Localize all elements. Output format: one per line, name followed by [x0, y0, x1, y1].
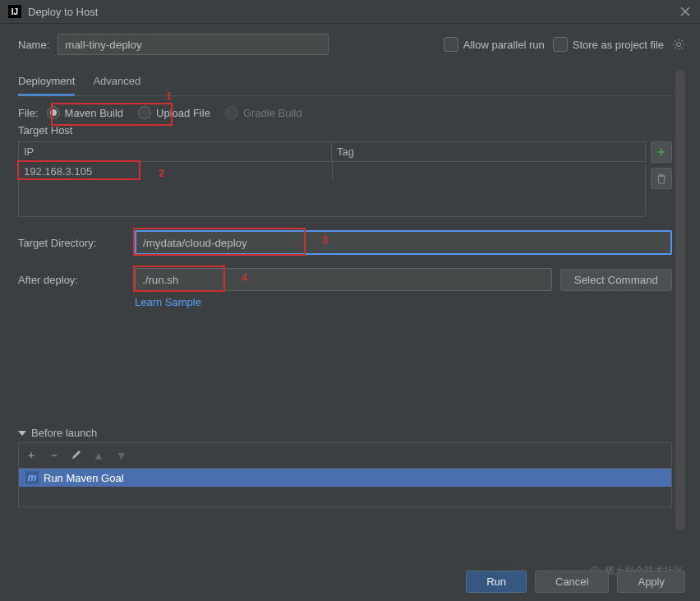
- scrollbar[interactable]: [675, 70, 685, 530]
- store-project-checkbox[interactable]: Store as project file: [553, 37, 664, 52]
- maven-icon: m: [25, 471, 39, 484]
- checkbox-icon: [553, 37, 568, 52]
- table-row[interactable]: 192.168.3.105: [19, 162, 645, 181]
- th-tag[interactable]: Tag: [332, 142, 645, 161]
- window-title: Deploy to Host: [28, 6, 679, 18]
- app-icon: IJ: [8, 5, 21, 18]
- before-launch-title: Before launch: [31, 427, 97, 439]
- name-input[interactable]: [58, 34, 329, 55]
- radio-icon: [138, 106, 151, 119]
- before-launch-list: m Run Maven Goal: [18, 468, 672, 507]
- list-item-label: Run Maven Goal: [44, 472, 124, 484]
- cell-ip: 192.168.3.105: [24, 165, 92, 178]
- radio-maven-label: Maven Build: [65, 107, 124, 119]
- svg-point-0: [677, 43, 681, 47]
- move-up-button[interactable]: ▲: [93, 449, 104, 462]
- target-host-table: IP Tag 192.168.3.105 2: [18, 141, 646, 217]
- target-host-label: Target Host: [18, 124, 672, 136]
- target-directory-label: Target Directory:: [18, 237, 127, 249]
- learn-sample-link[interactable]: Learn Sample: [135, 296, 201, 308]
- list-item[interactable]: m Run Maven Goal: [19, 469, 671, 487]
- radio-maven-build[interactable]: Maven Build: [47, 106, 124, 119]
- delete-host-button[interactable]: [651, 168, 672, 189]
- add-host-button[interactable]: +: [651, 141, 672, 163]
- target-directory-input[interactable]: [135, 230, 672, 255]
- run-button[interactable]: Run: [466, 571, 527, 593]
- close-icon[interactable]: [679, 5, 692, 18]
- tabs: Deployment Advanced: [18, 70, 672, 96]
- apply-button[interactable]: Apply: [617, 571, 685, 593]
- radio-upload-file[interactable]: Upload File: [138, 106, 210, 119]
- cancel-button[interactable]: Cancel: [535, 571, 609, 593]
- remove-task-button[interactable]: －: [48, 448, 60, 463]
- select-command-button[interactable]: Select Command: [560, 269, 672, 291]
- cell-tag: [332, 162, 645, 181]
- name-label: Name:: [18, 39, 49, 51]
- trash-icon: [656, 173, 667, 184]
- radio-gradle-label: Gradle Build: [243, 107, 302, 119]
- checkbox-icon: [444, 37, 458, 52]
- chevron-down-icon: [18, 431, 26, 436]
- allow-parallel-label: Allow parallel run: [463, 39, 545, 51]
- move-down-button[interactable]: ▼: [116, 449, 127, 462]
- gear-icon[interactable]: [672, 38, 685, 51]
- radio-upload-label: Upload File: [156, 107, 210, 119]
- allow-parallel-checkbox[interactable]: Allow parallel run: [444, 37, 545, 52]
- radio-icon: [47, 106, 60, 119]
- radio-gradle-build[interactable]: Gradle Build: [225, 106, 302, 119]
- file-label: File:: [18, 107, 39, 119]
- titlebar: IJ Deploy to Host: [0, 0, 700, 24]
- after-deploy-label: After deploy:: [18, 274, 127, 286]
- footer: Run Cancel Apply: [466, 571, 685, 593]
- store-project-label: Store as project file: [573, 39, 664, 51]
- before-launch-header[interactable]: Before launch: [18, 423, 672, 442]
- after-deploy-input[interactable]: [135, 268, 552, 291]
- before-launch-toolbar: ＋ － ▲ ▼: [18, 442, 672, 468]
- th-ip[interactable]: IP: [19, 142, 332, 161]
- add-task-button[interactable]: ＋: [25, 448, 37, 463]
- tab-advanced[interactable]: Advanced: [93, 70, 140, 95]
- radio-icon: [225, 106, 238, 119]
- tab-deployment[interactable]: Deployment: [18, 70, 75, 96]
- plus-icon: +: [657, 145, 665, 159]
- edit-task-button[interactable]: [71, 449, 81, 462]
